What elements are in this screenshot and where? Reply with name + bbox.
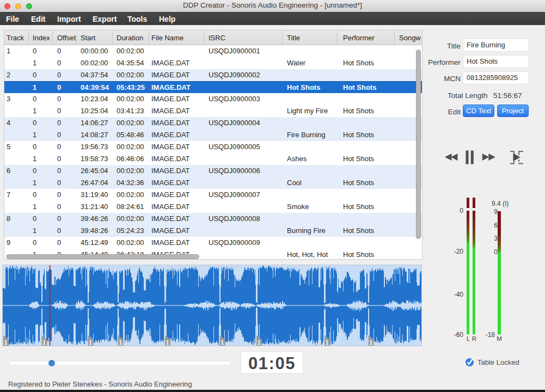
svg-text:1: 1 — [221, 340, 224, 346]
svg-text:1: 1 — [326, 340, 329, 346]
svg-text:1: 1 — [89, 340, 92, 346]
svg-text:1: 1 — [42, 340, 46, 346]
svg-text:1: 1 — [4, 340, 8, 346]
svg-text:1: 1 — [119, 340, 122, 346]
svg-text:1: 1 — [166, 340, 169, 346]
svg-text:1: 1 — [258, 340, 261, 346]
svg-text:1: 1 — [369, 340, 372, 346]
